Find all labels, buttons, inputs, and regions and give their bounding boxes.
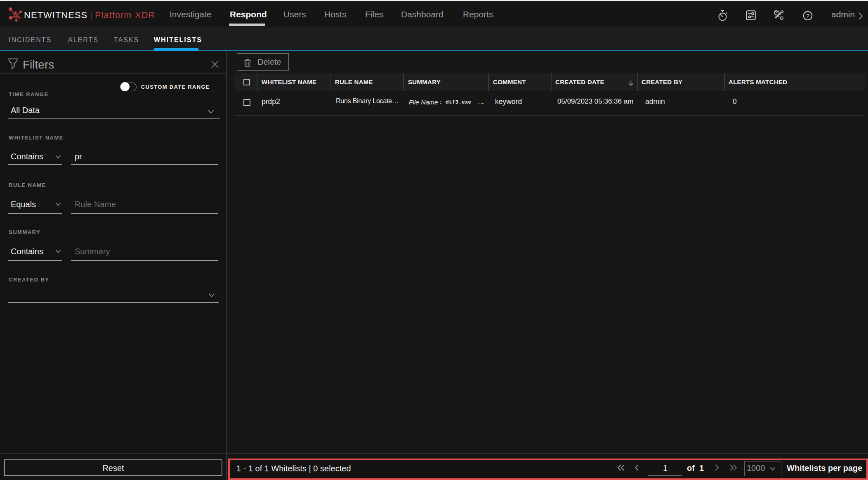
svg-text:?: ?	[806, 12, 809, 19]
